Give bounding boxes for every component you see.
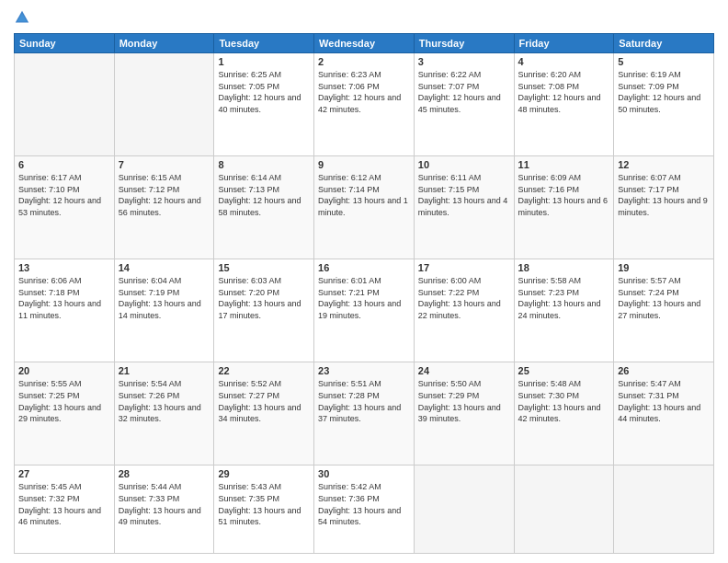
logo-icon: [14, 9, 30, 26]
calendar-cell: 11Sunrise: 6:09 AMSunset: 7:16 PMDayligh…: [514, 156, 614, 259]
day-info: Sunrise: 6:15 AMSunset: 7:12 PMDaylight:…: [119, 172, 210, 218]
day-number: 3: [418, 56, 510, 67]
day-number: 28: [119, 468, 210, 479]
day-number: 4: [518, 56, 610, 67]
day-info: Sunrise: 6:14 AMSunset: 7:13 PMDaylight:…: [218, 172, 310, 218]
weekday-header-thursday: Thursday: [414, 34, 514, 53]
calendar-cell: 3Sunrise: 6:22 AMSunset: 7:07 PMDaylight…: [414, 53, 514, 156]
calendar-cell: 13Sunrise: 6:06 AMSunset: 7:18 PMDayligh…: [15, 259, 115, 362]
header: [14, 9, 714, 26]
weekday-header-monday: Monday: [114, 34, 214, 53]
day-info: Sunrise: 5:48 AMSunset: 7:30 PMDaylight:…: [518, 378, 610, 424]
calendar-cell: 12Sunrise: 6:07 AMSunset: 7:17 PMDayligh…: [614, 156, 714, 259]
weekday-header-row: SundayMondayTuesdayWednesdayThursdayFrid…: [15, 34, 714, 53]
calendar-cell: [414, 465, 514, 554]
day-number: 25: [518, 365, 610, 376]
calendar-cell: 26Sunrise: 5:47 AMSunset: 7:31 PMDayligh…: [614, 362, 714, 465]
day-info: Sunrise: 5:50 AMSunset: 7:29 PMDaylight:…: [418, 378, 510, 424]
day-info: Sunrise: 6:23 AMSunset: 7:06 PMDaylight:…: [318, 69, 410, 115]
day-info: Sunrise: 6:19 AMSunset: 7:09 PMDaylight:…: [618, 69, 710, 115]
calendar-cell: 22Sunrise: 5:52 AMSunset: 7:27 PMDayligh…: [214, 362, 314, 465]
day-number: 11: [518, 159, 610, 170]
day-number: 21: [119, 365, 210, 376]
day-info: Sunrise: 6:12 AMSunset: 7:14 PMDaylight:…: [318, 172, 410, 218]
day-number: 30: [318, 468, 410, 479]
day-info: Sunrise: 6:11 AMSunset: 7:15 PMDaylight:…: [418, 172, 510, 218]
day-number: 1: [218, 56, 310, 67]
calendar-cell: 29Sunrise: 5:43 AMSunset: 7:35 PMDayligh…: [214, 465, 314, 554]
calendar-cell: 4Sunrise: 6:20 AMSunset: 7:08 PMDaylight…: [514, 53, 614, 156]
calendar-cell: [15, 53, 115, 156]
day-number: 24: [418, 365, 510, 376]
calendar-table: SundayMondayTuesdayWednesdayThursdayFrid…: [14, 33, 714, 554]
day-number: 7: [119, 159, 210, 170]
day-info: Sunrise: 6:01 AMSunset: 7:21 PMDaylight:…: [318, 275, 410, 321]
day-info: Sunrise: 5:42 AMSunset: 7:36 PMDaylight:…: [318, 481, 410, 527]
day-info: Sunrise: 6:03 AMSunset: 7:20 PMDaylight:…: [218, 275, 310, 321]
calendar-cell: 19Sunrise: 5:57 AMSunset: 7:24 PMDayligh…: [614, 259, 714, 362]
day-number: 27: [18, 468, 110, 479]
day-info: Sunrise: 6:20 AMSunset: 7:08 PMDaylight:…: [518, 69, 610, 115]
calendar-cell: 15Sunrise: 6:03 AMSunset: 7:20 PMDayligh…: [214, 259, 314, 362]
day-number: 2: [318, 56, 410, 67]
calendar-cell: [114, 53, 214, 156]
day-number: 18: [518, 262, 610, 273]
weekday-header-sunday: Sunday: [15, 34, 115, 53]
day-number: 22: [218, 365, 310, 376]
calendar-cell: 24Sunrise: 5:50 AMSunset: 7:29 PMDayligh…: [414, 362, 514, 465]
day-info: Sunrise: 5:47 AMSunset: 7:31 PMDaylight:…: [618, 378, 710, 424]
weekday-header-friday: Friday: [514, 34, 614, 53]
calendar-cell: 21Sunrise: 5:54 AMSunset: 7:26 PMDayligh…: [114, 362, 214, 465]
calendar-page: SundayMondayTuesdayWednesdayThursdayFrid…: [0, 0, 728, 563]
day-number: 19: [618, 262, 710, 273]
day-number: 12: [618, 159, 710, 170]
calendar-cell: [614, 465, 714, 554]
calendar-cell: 16Sunrise: 6:01 AMSunset: 7:21 PMDayligh…: [314, 259, 415, 362]
day-number: 17: [418, 262, 510, 273]
calendar-cell: 23Sunrise: 5:51 AMSunset: 7:28 PMDayligh…: [314, 362, 415, 465]
day-info: Sunrise: 5:54 AMSunset: 7:26 PMDaylight:…: [119, 378, 210, 424]
calendar-cell: 6Sunrise: 6:17 AMSunset: 7:10 PMDaylight…: [15, 156, 115, 259]
day-number: 23: [318, 365, 410, 376]
day-number: 15: [218, 262, 310, 273]
calendar-cell: 25Sunrise: 5:48 AMSunset: 7:30 PMDayligh…: [514, 362, 614, 465]
day-number: 13: [18, 262, 110, 273]
day-info: Sunrise: 5:43 AMSunset: 7:35 PMDaylight:…: [218, 481, 310, 527]
calendar-cell: 2Sunrise: 6:23 AMSunset: 7:06 PMDaylight…: [314, 53, 415, 156]
logo: [14, 9, 32, 26]
calendar-cell: 1Sunrise: 6:25 AMSunset: 7:05 PMDaylight…: [214, 53, 314, 156]
calendar-cell: 20Sunrise: 5:55 AMSunset: 7:25 PMDayligh…: [15, 362, 115, 465]
weekday-header-tuesday: Tuesday: [214, 34, 314, 53]
day-info: Sunrise: 6:00 AMSunset: 7:22 PMDaylight:…: [418, 275, 510, 321]
calendar-cell: 10Sunrise: 6:11 AMSunset: 7:15 PMDayligh…: [414, 156, 514, 259]
week-row-3: 13Sunrise: 6:06 AMSunset: 7:18 PMDayligh…: [15, 259, 714, 362]
week-row-2: 6Sunrise: 6:17 AMSunset: 7:10 PMDaylight…: [15, 156, 714, 259]
day-number: 10: [418, 159, 510, 170]
day-info: Sunrise: 5:51 AMSunset: 7:28 PMDaylight:…: [318, 378, 410, 424]
day-number: 8: [218, 159, 310, 170]
day-info: Sunrise: 5:45 AMSunset: 7:32 PMDaylight:…: [18, 481, 110, 527]
calendar-cell: 5Sunrise: 6:19 AMSunset: 7:09 PMDaylight…: [614, 53, 714, 156]
week-row-4: 20Sunrise: 5:55 AMSunset: 7:25 PMDayligh…: [15, 362, 714, 465]
day-info: Sunrise: 6:25 AMSunset: 7:05 PMDaylight:…: [218, 69, 310, 115]
day-number: 16: [318, 262, 410, 273]
weekday-header-saturday: Saturday: [614, 34, 714, 53]
weekday-header-wednesday: Wednesday: [314, 34, 415, 53]
week-row-1: 1Sunrise: 6:25 AMSunset: 7:05 PMDaylight…: [15, 53, 714, 156]
calendar-cell: 27Sunrise: 5:45 AMSunset: 7:32 PMDayligh…: [15, 465, 115, 554]
day-info: Sunrise: 6:17 AMSunset: 7:10 PMDaylight:…: [18, 172, 110, 218]
day-number: 9: [318, 159, 410, 170]
day-info: Sunrise: 5:52 AMSunset: 7:27 PMDaylight:…: [218, 378, 310, 424]
calendar-cell: 28Sunrise: 5:44 AMSunset: 7:33 PMDayligh…: [114, 465, 214, 554]
calendar-cell: 8Sunrise: 6:14 AMSunset: 7:13 PMDaylight…: [214, 156, 314, 259]
calendar-cell: 18Sunrise: 5:58 AMSunset: 7:23 PMDayligh…: [514, 259, 614, 362]
week-row-5: 27Sunrise: 5:45 AMSunset: 7:32 PMDayligh…: [15, 465, 714, 554]
day-number: 6: [18, 159, 110, 170]
calendar-cell: 17Sunrise: 6:00 AMSunset: 7:22 PMDayligh…: [414, 259, 514, 362]
day-number: 5: [618, 56, 710, 67]
calendar-cell: [514, 465, 614, 554]
calendar-cell: 7Sunrise: 6:15 AMSunset: 7:12 PMDaylight…: [114, 156, 214, 259]
day-number: 14: [119, 262, 210, 273]
day-info: Sunrise: 5:57 AMSunset: 7:24 PMDaylight:…: [618, 275, 710, 321]
day-info: Sunrise: 5:44 AMSunset: 7:33 PMDaylight:…: [119, 481, 210, 527]
